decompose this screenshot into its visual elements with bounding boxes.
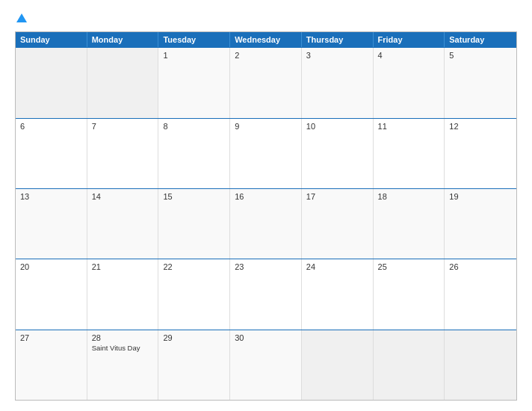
header-day-tuesday: Tuesday (158, 32, 230, 47)
calendar-cell: 21 (87, 259, 159, 329)
calendar-cell: 9 (230, 119, 302, 188)
day-number: 27 (20, 333, 82, 342)
day-number: 6 (20, 122, 82, 131)
calendar-cell: 29 (158, 330, 230, 400)
header-day-saturday: Saturday (445, 32, 516, 47)
calendar-cell: 18 (374, 189, 445, 259)
day-number: 14 (92, 192, 154, 201)
day-number: 26 (449, 262, 512, 271)
calendar-cell: 3 (302, 48, 374, 117)
calendar-cell: 1 (158, 48, 230, 117)
day-number: 18 (378, 192, 440, 201)
day-number: 10 (306, 122, 368, 131)
calendar-header-row: SundayMondayTuesdayWednesdayThursdayFrid… (16, 32, 516, 47)
calendar-cell: 6 (16, 119, 87, 188)
calendar: SundayMondayTuesdayWednesdayThursdayFrid… (15, 31, 517, 401)
header-day-friday: Friday (374, 32, 445, 47)
calendar-cell: 10 (302, 119, 374, 188)
logo (15, 13, 27, 24)
calendar-cell: 15 (158, 189, 230, 259)
calendar-cell: 16 (230, 189, 302, 259)
logo-triangle-icon (16, 13, 27, 22)
calendar-week-1: 12345 (16, 47, 516, 117)
day-number: 19 (449, 192, 512, 201)
calendar-cell: 12 (445, 119, 516, 188)
day-number: 24 (306, 262, 368, 271)
calendar-cell: 8 (158, 119, 230, 188)
day-number: 3 (306, 51, 368, 60)
calendar-cell: 14 (87, 189, 159, 259)
day-number: 29 (163, 333, 225, 342)
calendar-cell: 11 (374, 119, 445, 188)
calendar-week-5: 2728Saint Vitus Day2930 (16, 330, 516, 400)
calendar-cell: 19 (445, 189, 516, 259)
calendar-cell (445, 330, 516, 400)
calendar-week-3: 13141516171819 (16, 188, 516, 259)
day-number: 8 (163, 122, 225, 131)
calendar-cell: 4 (374, 48, 445, 117)
calendar-cell: 26 (445, 259, 516, 329)
header-day-wednesday: Wednesday (230, 32, 302, 47)
calendar-cell (87, 48, 159, 117)
day-number: 9 (235, 122, 297, 131)
day-number: 2 (235, 51, 297, 60)
day-number: 30 (235, 333, 297, 342)
header-day-thursday: Thursday (302, 32, 374, 47)
calendar-cell: 7 (87, 119, 159, 188)
calendar-week-4: 20212223242526 (16, 259, 516, 329)
day-number: 17 (306, 192, 368, 201)
day-number: 21 (92, 262, 154, 271)
calendar-body: 1234567891011121314151617181920212223242… (16, 47, 516, 400)
calendar-cell: 17 (302, 189, 374, 259)
calendar-cell: 13 (16, 189, 87, 259)
day-number: 25 (378, 262, 440, 271)
calendar-cell: 25 (374, 259, 445, 329)
calendar-cell: 30 (230, 330, 302, 400)
day-number: 23 (235, 262, 297, 271)
header-day-monday: Monday (87, 32, 159, 47)
calendar-cell: 23 (230, 259, 302, 329)
header-day-sunday: Sunday (16, 32, 87, 47)
day-number: 4 (378, 51, 440, 60)
day-number: 5 (449, 51, 512, 60)
day-number: 11 (378, 122, 440, 131)
calendar-cell (374, 330, 445, 400)
calendar-cell: 5 (445, 48, 516, 117)
day-number: 12 (449, 122, 512, 131)
calendar-cell (16, 48, 87, 117)
day-number: 1 (163, 51, 225, 60)
day-number: 22 (163, 262, 225, 271)
calendar-cell: 20 (16, 259, 87, 329)
calendar-cell: 24 (302, 259, 374, 329)
day-number: 13 (20, 192, 82, 201)
day-number: 20 (20, 262, 82, 271)
page: SundayMondayTuesdayWednesdayThursdayFrid… (0, 0, 532, 411)
day-number: 15 (163, 192, 225, 201)
day-number: 28 (92, 333, 154, 342)
calendar-cell: 27 (16, 330, 87, 400)
calendar-week-2: 6789101112 (16, 118, 516, 188)
calendar-event: Saint Vitus Day (92, 344, 154, 352)
calendar-cell: 22 (158, 259, 230, 329)
header (15, 13, 517, 24)
calendar-cell: 28Saint Vitus Day (87, 330, 159, 400)
day-number: 16 (235, 192, 297, 201)
calendar-cell: 2 (230, 48, 302, 117)
logo-general (15, 13, 27, 24)
calendar-cell (302, 330, 374, 400)
day-number: 7 (92, 122, 154, 131)
